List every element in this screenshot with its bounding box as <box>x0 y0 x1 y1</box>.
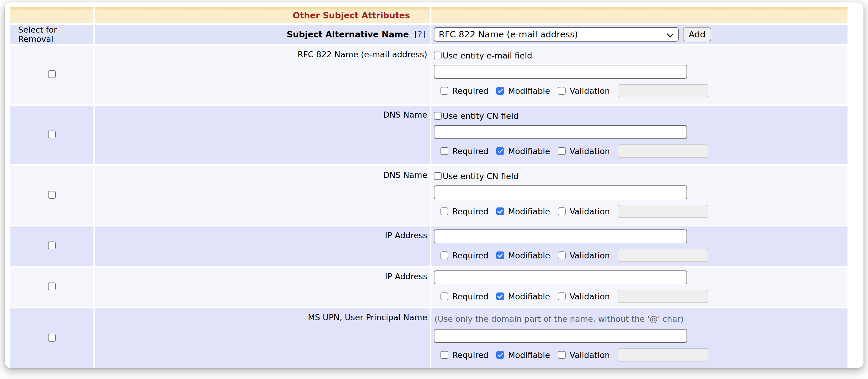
value-input[interactable] <box>434 65 687 79</box>
attribute-label-cell: IP Address <box>95 267 430 307</box>
validation-input[interactable] <box>618 84 708 97</box>
select-for-removal-checkbox[interactable] <box>48 131 56 138</box>
validation-input[interactable] <box>618 249 708 262</box>
value-input[interactable] <box>434 185 687 199</box>
validation-checkbox[interactable] <box>558 147 566 155</box>
field-options-row: Required Modifiable Validation <box>440 290 847 303</box>
modifiable-label: Modifiable <box>508 147 550 156</box>
select-for-removal-checkbox[interactable] <box>48 283 56 290</box>
modifiable-checkbox[interactable] <box>496 292 504 300</box>
attribute-fields-cell: Required Modifiable Validation <box>431 267 847 307</box>
value-input[interactable] <box>434 125 687 139</box>
validation-label: Validation <box>569 350 610 360</box>
help-question-mark: ? <box>417 30 422 39</box>
validation-label: Validation <box>569 147 610 156</box>
page: Other Subject Attributes Select for Remo… <box>0 0 868 379</box>
required-checkbox[interactable] <box>440 147 448 155</box>
attribute-label: IP Address <box>95 267 430 281</box>
validation-label: Validation <box>569 292 610 301</box>
required-label: Required <box>452 251 489 260</box>
modifiable-checkbox[interactable] <box>496 87 504 95</box>
attribute-label-cell: DNS Name <box>95 166 430 225</box>
attribute-label-cell: MS UPN, User Principal Name <box>95 309 430 368</box>
use-entity-checkbox[interactable] <box>434 52 442 59</box>
san-label: Subject Alternative Name <box>287 30 409 39</box>
validation-checkbox[interactable] <box>558 351 566 359</box>
san-dropdown-cell: RFC 822 Name (e-mail address) Add <box>431 25 847 44</box>
san-type-select[interactable]: RFC 822 Name (e-mail address) <box>434 27 679 42</box>
required-label: Required <box>452 350 489 360</box>
page-title: Other Subject Attributes <box>95 7 430 21</box>
value-input[interactable] <box>434 271 687 284</box>
required-label: Required <box>452 292 489 301</box>
removal-cell <box>10 45 93 104</box>
required-checkbox[interactable] <box>440 292 448 300</box>
section-header-row: Other Subject Attributes <box>10 7 847 23</box>
removal-cell <box>10 106 93 164</box>
attribute-fields-cell: Use entity e-mail field Required Modifia… <box>431 45 847 104</box>
required-label: Required <box>452 86 489 96</box>
field-options-row: Required Modifiable Validation <box>440 145 847 158</box>
select-for-removal-checkbox[interactable] <box>48 334 56 342</box>
chevron-down-icon <box>667 31 674 38</box>
select-for-removal-header: Select for Removal <box>10 25 93 44</box>
validation-input[interactable] <box>618 348 708 361</box>
select-for-removal-checkbox[interactable] <box>48 242 56 249</box>
validation-label: Validation <box>569 86 610 96</box>
validation-input[interactable] <box>618 205 708 218</box>
validation-checkbox[interactable] <box>558 87 566 95</box>
attribute-label: DNS Name <box>95 166 430 180</box>
validation-checkbox[interactable] <box>558 292 566 300</box>
select-for-removal-checkbox[interactable] <box>48 191 56 199</box>
removal-cell <box>10 166 93 225</box>
modifiable-checkbox[interactable] <box>496 251 504 259</box>
field-options-row: Required Modifiable Validation <box>440 84 847 97</box>
field-options-row: Required Modifiable Validation <box>440 348 847 361</box>
required-label: Required <box>452 207 489 216</box>
modifiable-label: Modifiable <box>508 292 550 301</box>
validation-label: Validation <box>569 207 610 216</box>
value-input[interactable] <box>434 329 687 343</box>
hint-text: (Use only the domain part of the name, w… <box>434 313 847 325</box>
use-entity-checkbox[interactable] <box>434 112 442 120</box>
required-checkbox[interactable] <box>440 208 448 215</box>
modifiable-checkbox[interactable] <box>496 351 504 359</box>
attribute-row: DNS Name Use entity CN field Required Mo… <box>10 166 847 225</box>
validation-input[interactable] <box>618 290 708 303</box>
add-button[interactable]: Add <box>683 27 711 41</box>
attribute-row: MS UPN, User Principal Name (Use only th… <box>10 309 847 368</box>
attribute-label: MS UPN, User Principal Name <box>95 309 430 322</box>
value-input[interactable] <box>434 229 687 243</box>
header-cell-right <box>431 7 847 23</box>
field-options-row: Required Modifiable Validation <box>440 249 847 262</box>
attribute-row: IP Address Required Modifiable Validatio… <box>10 267 847 307</box>
validation-checkbox[interactable] <box>558 208 566 215</box>
attribute-fields-cell: Use entity CN field Required Modifiable … <box>431 106 847 164</box>
attribute-fields-cell: Use entity CN field Required Modifiable … <box>431 166 847 225</box>
modifiable-checkbox[interactable] <box>496 208 504 215</box>
validation-input[interactable] <box>618 145 708 158</box>
validation-label: Validation <box>569 251 610 260</box>
select-for-removal-checkbox[interactable] <box>48 70 56 78</box>
attribute-row: IP Address Required Modifiable Validatio… <box>10 226 847 265</box>
select-for-removal-header-cell: Select for Removal <box>10 25 93 44</box>
attribute-fields-cell: (Use only the domain part of the name, w… <box>431 309 847 368</box>
modifiable-label: Modifiable <box>508 251 550 260</box>
required-checkbox[interactable] <box>440 251 448 259</box>
help-link[interactable]: [?] <box>414 30 425 39</box>
san-type-selected-option: RFC 822 Name (e-mail address) <box>439 29 578 39</box>
subject-attributes-table: Other Subject Attributes Select for Remo… <box>8 5 849 370</box>
removal-cell <box>10 309 93 368</box>
attribute-label-cell: DNS Name <box>95 106 430 164</box>
san-selector-row: Select for Removal Subject Alternative N… <box>10 25 847 44</box>
removal-cell <box>10 226 93 265</box>
use-entity-checkbox[interactable] <box>434 172 442 180</box>
header-cell-title: Other Subject Attributes <box>95 7 430 23</box>
modifiable-checkbox[interactable] <box>496 147 504 155</box>
use-entity-label: Use entity e-mail field <box>443 51 532 60</box>
required-checkbox[interactable] <box>440 351 448 359</box>
validation-checkbox[interactable] <box>558 251 566 259</box>
content-card: Other Subject Attributes Select for Remo… <box>5 2 864 368</box>
use-entity-label: Use entity CN field <box>443 171 519 181</box>
required-checkbox[interactable] <box>440 87 448 95</box>
